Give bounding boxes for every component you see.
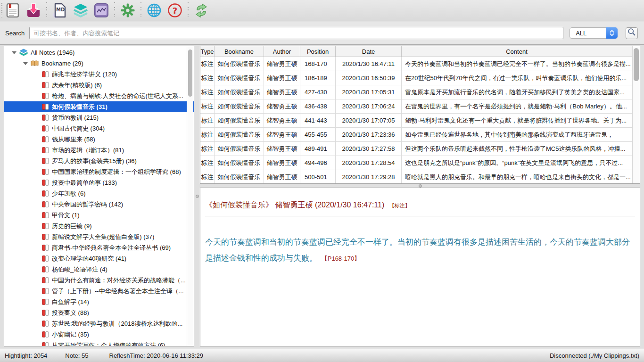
refresh-button[interactable] [191,0,212,21]
sidebar-item-book[interactable]: 中国古代简史 (304) [4,123,194,134]
splitter-knob[interactable] [419,184,422,188]
cell-bookname: 如何假装懂音乐 [215,170,264,184]
sidebar-item-book[interactable]: 历史的巨镜 (9) [4,221,194,231]
disclosure-triangle-icon[interactable] [23,62,28,65]
statistics-button[interactable] [91,0,112,21]
table-header: Type Bookname Author Position Date Conte… [200,46,640,57]
splitter-knob[interactable] [196,195,199,198]
sidebar-item-book[interactable]: 市场的逻辑（增订本）(81) [4,145,194,156]
sidebar-item-book[interactable]: 如何假装懂音乐 (31) [4,101,194,112]
sidebar-item-bookname[interactable]: Bookname (29) [4,58,194,69]
sidebar-item-book[interactable]: 罗马人的故事(套装共15册) (36) [4,156,194,166]
sidebar-item-book[interactable]: 中国为什么有前途：对外经济关系的战略潜能（... [4,275,194,286]
notes-table: Type Bookname Author Position Date Conte… [200,46,640,184]
sidebar-item-book[interactable]: 甲骨文 (1) [4,210,194,221]
all-notes-icon [19,49,28,57]
sidebar-item-book[interactable]: 投资中最简单的事 (133) [4,177,194,188]
cell-type: 标注 [200,57,215,71]
table-row[interactable]: 标注 如何假装懂音乐 储智勇王硕 500-501 2020/1/30 17:29… [200,170,640,184]
sidebar-scrollbar[interactable] [187,47,193,346]
sidebar-item-label: 新编说文解字大全集(超值白金版) (37) [52,233,154,241]
import-button[interactable] [23,0,44,21]
search-bar: Search ALL [0,22,644,45]
sidebar-item-book[interactable]: 庆余年(精校版) (6) [4,80,194,90]
table-row[interactable]: 标注 如何假装懂音乐 储智勇王硕 489-491 2020/1/30 17:27… [200,142,640,156]
cell-author: 储智勇王硕 [264,57,300,71]
settings-button[interactable] [117,0,138,21]
note-position-tag: 【P168-170】 [322,255,360,262]
table-scrollbar-thumb[interactable] [634,48,639,81]
cell-position: 455-455 [300,128,336,141]
sidebar-item-book[interactable]: 枪炮、病菌与钢铁:人类社会的命运(世纪人文系... [4,90,194,101]
sidebar-item-book[interactable]: 商君书-中华经典名著全本全注全译丛书 (69) [4,242,194,253]
refresh-time: RefleshTime: 2020-06-16 11:33:29 [109,352,203,359]
column-header-author[interactable]: Author [264,46,300,57]
column-header-position[interactable]: Position [300,46,336,57]
table-row[interactable]: 标注 如何假装懂音乐 储智勇王硕 441-443 2020/1/30 17:07… [200,114,640,128]
sidebar: All Notes (1946) Bookname (29) [4,46,194,346]
cell-author: 储智勇王硕 [264,170,300,184]
filter-select[interactable]: ALL [570,27,618,39]
statistics-icon [94,3,109,18]
sidebar-item-book[interactable]: 管子（上下册）--中华经典名著全本全注全译（... [4,286,194,296]
horizontal-splitter[interactable] [200,184,640,188]
sidebar-item-book[interactable]: 薛兆丰经济学讲义 (120) [4,69,194,80]
cell-position: 186-189 [300,71,336,85]
column-header-bookname[interactable]: Bookname [215,46,264,57]
disclosure-triangle-icon[interactable] [12,51,17,54]
cell-type: 标注 [200,170,215,184]
sidebar-item-label: 钱从哪里来 (58) [52,135,95,144]
table-row[interactable]: 标注 如何假装懂音乐 储智勇王硕 168-170 2020/1/30 16:47… [200,57,640,71]
sidebar-item-book[interactable]: 投资要义 (88) [4,307,194,318]
cell-position: 489-491 [300,142,336,156]
table-row[interactable]: 标注 如何假装懂音乐 储智勇王硕 427-430 2020/1/30 17:05… [200,85,640,99]
layers-export-button[interactable] [70,0,91,21]
cell-author: 储智勇王硕 [264,71,300,85]
sidebar-item-book[interactable]: 杨伯峻_论语译注 (4) [4,264,194,275]
book-icon [42,310,49,316]
cell-bookname: 如何假装懂音乐 [215,114,264,127]
search-input[interactable] [29,27,563,39]
cell-position: 427-430 [300,85,336,99]
table-row[interactable]: 标注 如何假装懂音乐 储智勇王硕 494-496 2020/1/30 17:28… [200,156,640,170]
book-icon [42,223,49,229]
clippings-document-button[interactable] [2,0,23,21]
book-icon [42,212,49,218]
cell-author: 储智勇王硕 [264,99,300,113]
vertical-splitter[interactable] [194,46,200,346]
cell-author: 储智勇王硕 [264,85,300,99]
sidebar-item-book[interactable]: 中国国家治理的制度逻辑：一个组织学研究 (68) [4,166,194,177]
sidebar-item-book[interactable]: 货币的教训 (215) [4,112,194,123]
sidebar-item-all-notes[interactable]: All Notes (1946) [4,47,194,58]
column-header-date[interactable]: Date [336,46,402,57]
cell-content: 这也是朋克之所以是“punk"的原因。“punk"在英文里是流氓阿飞的意思，只不… [402,156,632,170]
sidebar-item-book[interactable]: 苏世民:我的经验与教训（2018读桥水达利欧的... [4,318,194,329]
sidebar-item-book[interactable]: 少年凯歌 (6) [4,188,194,199]
sidebar-item-book[interactable]: 小窗幽记 (35) [4,329,194,340]
sidebar-item-book[interactable]: 白鱼解字 (14) [4,296,194,307]
import-icon [25,3,41,18]
markdown-export-button[interactable]: MD [50,0,70,21]
table-row[interactable]: 标注 如何假装懂音乐 储智勇王硕 455-455 2020/1/30 17:23… [200,128,640,142]
sidebar-item-label: 中央帝国的哲学密码 (142) [52,200,123,209]
sidebar-item-book[interactable]: 新编说文解字大全集(超值白金版) (37) [4,231,194,242]
gear-icon [121,3,135,17]
note-detail-title: 《如何假装懂音乐》 储智勇王硕 (2020/1/30 16:47:11) 【标注… [205,200,635,210]
sidebar-item-book[interactable]: 钱从哪里来 (58) [4,134,194,145]
cell-bookname: 如何假装懂音乐 [215,128,264,141]
sidebar-item-label: All Notes (1946) [31,49,74,56]
sidebar-item-book[interactable]: 从零开始学写作：个人增值的有效方法 (6) [4,340,194,346]
table-row[interactable]: 标注 如何假装懂音乐 储智勇王硕 436-438 2020/1/30 17:06… [200,99,640,114]
table-scrollbar[interactable] [632,46,640,183]
sidebar-item-book[interactable]: 中央帝国的哲学密码 (142) [4,199,194,210]
sidebar-item-book[interactable]: 改变心理学的40项研究 (41) [4,253,194,264]
column-header-content[interactable]: Content [402,46,632,57]
sidebar-scrollbar-thumb[interactable] [188,49,192,97]
website-button[interactable] [144,0,165,21]
table-row[interactable]: 标注 如何假装懂音乐 储智勇王硕 186-189 2020/1/30 16:50… [200,71,640,85]
sidebar-item-label: Bookname (29) [41,60,83,67]
search-button[interactable] [626,27,638,39]
sidebar-item-label: 白鱼解字 (14) [52,298,89,306]
column-header-type[interactable]: Type [200,46,215,57]
help-button[interactable]: ? [165,0,185,21]
